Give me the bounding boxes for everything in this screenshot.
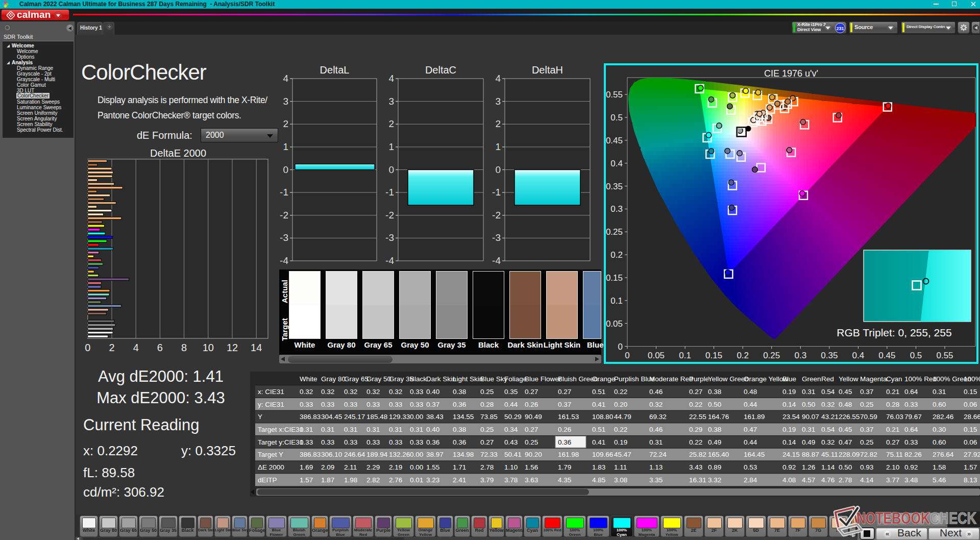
svg-text:0.25: 0.25 (480, 388, 494, 396)
svg-text:304.45: 304.45 (321, 413, 342, 421)
svg-text:Magenta: Magenta (860, 375, 887, 383)
svg-text:0.36: 0.36 (453, 438, 466, 446)
svg-text:0.5: 0.5 (910, 351, 922, 360)
svg-text:3.48: 3.48 (904, 476, 918, 484)
svg-text:226.55: 226.55 (839, 413, 860, 421)
svg-text:165.40: 165.40 (708, 451, 729, 458)
svg-text:0.32: 0.32 (300, 388, 313, 396)
svg-text:Black: Black (410, 375, 427, 383)
svg-text:Red: Red (821, 375, 834, 383)
svg-text:0.37: 0.37 (426, 401, 439, 408)
svg-text:0.30: 0.30 (933, 426, 946, 433)
svg-text:2: 2 (495, 118, 501, 129)
svg-text:0.32: 0.32 (821, 401, 835, 408)
svg-text:0.31: 0.31 (802, 388, 815, 396)
svg-text:79.67: 79.67 (904, 413, 922, 421)
svg-text:134.98: 134.98 (453, 451, 474, 458)
svg-text:164.45: 164.45 (744, 451, 765, 458)
svg-text:-3: -3 (492, 232, 501, 243)
svg-text:Moderate Red: Moderate Red (649, 375, 693, 383)
svg-text:0.15: 0.15 (964, 426, 977, 433)
svg-text:Y: Y (258, 413, 262, 421)
svg-text:0.33: 0.33 (389, 438, 402, 446)
svg-text:0.33: 0.33 (904, 401, 918, 408)
svg-text:1: 1 (388, 141, 394, 152)
svg-text:0.32: 0.32 (821, 438, 835, 446)
svg-text:0.25: 0.25 (480, 426, 494, 433)
svg-text:14: 14 (251, 342, 262, 353)
svg-text:0.46: 0.46 (649, 426, 663, 433)
svg-text:12: 12 (227, 342, 238, 353)
svg-text:-1: -1 (385, 187, 394, 198)
svg-text:38.97: 38.97 (426, 451, 444, 458)
svg-text:Yellow: Yellow (839, 375, 859, 383)
svg-text:1.58: 1.58 (933, 463, 946, 471)
svg-text:Orange Yellow: Orange Yellow (744, 375, 788, 383)
svg-text:0.33: 0.33 (321, 401, 334, 408)
svg-text:0.33: 0.33 (344, 438, 357, 446)
svg-text:x: CIE31: x: CIE31 (258, 388, 284, 396)
svg-text:6: 6 (157, 342, 163, 353)
svg-text:306.10: 306.10 (321, 451, 342, 458)
svg-text:0.00: 0.00 (410, 463, 423, 471)
svg-text:134.55: 134.55 (453, 413, 474, 421)
svg-text:0.44: 0.44 (744, 438, 757, 446)
svg-text:2.19: 2.19 (389, 463, 402, 471)
svg-text:0.19: 0.19 (782, 426, 796, 433)
svg-text:4: 4 (133, 342, 139, 353)
svg-text:Blue Sky: Blue Sky (480, 375, 508, 383)
svg-text:90.49: 90.49 (525, 413, 542, 421)
svg-text:0.41: 0.41 (592, 438, 605, 446)
svg-text:386.83: 386.83 (300, 451, 321, 458)
svg-text:0.01: 0.01 (410, 476, 423, 484)
svg-text:76.03: 76.03 (886, 413, 903, 421)
svg-text:72.33: 72.33 (480, 451, 498, 458)
svg-text:88.87: 88.87 (802, 451, 819, 458)
svg-text:0.50: 0.50 (802, 401, 815, 408)
svg-text:16.31: 16.31 (689, 476, 706, 484)
svg-text:0.33: 0.33 (344, 401, 357, 408)
svg-text:0.28: 0.28 (886, 401, 899, 408)
svg-text:1.11: 1.11 (614, 463, 627, 471)
svg-text:0.33: 0.33 (410, 438, 423, 446)
svg-text:0.33: 0.33 (410, 401, 423, 408)
svg-text:0.27: 0.27 (558, 388, 571, 396)
svg-text:72.24: 72.24 (649, 451, 667, 458)
svg-text:0.35: 0.35 (504, 388, 518, 396)
svg-text:24.15: 24.15 (782, 451, 800, 458)
svg-text:0.31: 0.31 (321, 426, 334, 433)
svg-text:4: 4 (495, 73, 501, 84)
svg-text:2.09: 2.09 (321, 463, 334, 471)
svg-text:0.32: 0.32 (344, 388, 357, 396)
svg-text:0.1: 0.1 (610, 296, 623, 306)
svg-text:75.11: 75.11 (886, 451, 903, 458)
svg-text:27.92: 27.92 (964, 451, 980, 458)
svg-text:0.38: 0.38 (453, 426, 466, 433)
svg-text:0.53: 0.53 (744, 463, 757, 471)
svg-text:45.11: 45.11 (821, 451, 838, 458)
svg-text:3: 3 (388, 96, 394, 107)
svg-text:0.00: 0.00 (410, 451, 423, 458)
svg-text:0.33: 0.33 (300, 401, 313, 408)
svg-text:8: 8 (181, 342, 187, 353)
svg-text:DeltaC: DeltaC (425, 64, 456, 76)
svg-text:3.77: 3.77 (886, 476, 899, 484)
svg-text:129.33: 129.33 (389, 413, 410, 421)
svg-text:0.60: 0.60 (933, 438, 946, 446)
svg-text:100%: 100% (964, 375, 980, 383)
svg-text:0.27: 0.27 (525, 388, 538, 396)
svg-text:y: CIE31: y: CIE31 (258, 401, 284, 408)
svg-text:23.54: 23.54 (782, 413, 800, 421)
svg-text:Target y:CIE31: Target y:CIE31 (258, 438, 303, 446)
svg-text:0.37: 0.37 (558, 401, 571, 408)
svg-text:386.83: 386.83 (300, 413, 321, 421)
svg-text:3.08: 3.08 (614, 476, 627, 484)
svg-text:0.32: 0.32 (366, 388, 380, 396)
svg-text:dEITP: dEITP (258, 476, 277, 484)
svg-text:1.57: 1.57 (964, 463, 977, 471)
svg-text:0.31: 0.31 (802, 426, 815, 433)
svg-text:0.36: 0.36 (426, 438, 439, 446)
svg-text:0.48: 0.48 (839, 401, 852, 408)
svg-text:0.05: 0.05 (606, 319, 623, 329)
svg-text:0.25: 0.25 (606, 227, 623, 237)
